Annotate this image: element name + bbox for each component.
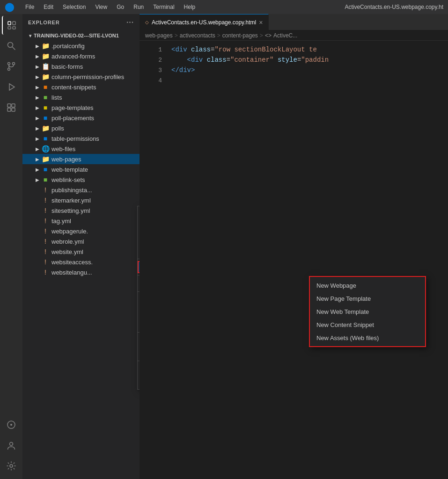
sidebar-item-advanced-forms[interactable]: ▶ 📁 advanced-forms	[22, 51, 140, 61]
folder-arrow: ▶	[34, 42, 41, 50]
sidebar-header: EXPLORER ···	[22, 14, 140, 30]
sidebar-item-column-permission[interactable]: ▶ 📁 column-permission-profiles	[22, 72, 140, 82]
ctx-reveal-explorer[interactable]: Reveal in File Explorer Shift+Alt+R	[138, 232, 140, 245]
ctx-power-pages[interactable]: Power Pages ▶	[138, 261, 140, 273]
sidebar-item-table-permissions[interactable]: ▶ ■ table-permissions	[22, 133, 140, 144]
sidebar-item-websiteaccess[interactable]: ! websiteaccess.	[22, 257, 140, 267]
ctx-find-folder[interactable]: Find in Folder... Shift+Alt+F	[138, 277, 140, 290]
file-label: sitesetting.yml	[51, 207, 90, 214]
submenu-new-web-template[interactable]: New Web Template	[310, 305, 425, 318]
folder-icon: 📁	[41, 52, 50, 60]
folder-icon: 📁	[41, 42, 50, 50]
ctx-copy-path[interactable]: Copy Path Shift+Alt+C	[138, 334, 140, 347]
editor-tab[interactable]: ◇ ActiveContacts.en-US.webpage.copy.html…	[140, 14, 269, 30]
file-label: websiteaccess.	[51, 259, 93, 266]
menu-file[interactable]: File	[22, 3, 38, 11]
svg-rect-12	[12, 104, 15, 107]
menu-help[interactable]: Help	[180, 3, 199, 11]
tab-close-button[interactable]: ×	[259, 19, 263, 26]
folder-arrow: ▶	[34, 176, 41, 183]
ctx-rename[interactable]: Rename... F2	[138, 363, 140, 375]
folder-icon: 🌐	[41, 145, 50, 152]
line-number-4: 4	[143, 77, 162, 84]
folder-arrow: ▶	[34, 145, 41, 152]
run-debug-activity-icon[interactable]	[2, 78, 21, 96]
sidebar-item-sitesetting[interactable]: ! sitesetting.yml	[22, 205, 140, 216]
no-arrow	[34, 269, 41, 276]
code-line-4: 4	[140, 75, 448, 86]
folder-icon: ■	[41, 135, 50, 142]
folder-label: .portalconfig	[51, 43, 85, 50]
sidebar-item-web-pages[interactable]: ▶ 📁 web-pages	[22, 154, 140, 164]
menu-terminal[interactable]: Terminal	[149, 3, 178, 11]
menu-selection[interactable]: Selection	[59, 3, 89, 11]
sidebar-item-sitemarker[interactable]: ! sitemarker.yml	[22, 195, 140, 205]
menu-view[interactable]: View	[91, 3, 111, 11]
sidebar-item-poll-placements[interactable]: ▶ ■ poll-placements	[22, 113, 140, 123]
sidebar-item-weblink-sets[interactable]: ▶ ■ weblink-sets	[22, 174, 140, 185]
sidebar-item-polls[interactable]: ▶ 📁 polls	[22, 123, 140, 133]
sidebar-item-lists[interactable]: ▶ ■ lists	[22, 92, 140, 102]
sidebar-item-portalconfig[interactable]: ▶ 📁 .portalconfig	[22, 41, 140, 51]
remote-explorer-activity-icon[interactable]	[2, 415, 21, 434]
titlebar-menu: File Edit Selection View Go Run Terminal…	[22, 3, 199, 11]
explorer-activity-icon[interactable]	[2, 16, 21, 35]
root-folder[interactable]: ▾ TRAINING-VIDEO-02---SITE-LVON1	[22, 30, 140, 41]
ctx-copy[interactable]: Copy Ctrl+C	[138, 306, 140, 318]
svg-point-17	[10, 443, 13, 446]
code-line-1: 1 <div class="row sectionBlockLayout te	[140, 44, 448, 55]
ctx-cut[interactable]: Cut Ctrl+X	[138, 294, 140, 306]
sidebar-item-content-snippets[interactable]: ▶ ■ content-snippets	[22, 82, 140, 92]
sidebar-item-webrole[interactable]: ! webrole.yml	[22, 236, 140, 247]
no-arrow	[34, 217, 41, 225]
ctx-open-terminal[interactable]: Open in Integrated Terminal	[138, 245, 140, 257]
menu-edit[interactable]: Edit	[40, 3, 57, 11]
svg-rect-3	[13, 27, 15, 29]
menu-go[interactable]: Go	[113, 3, 128, 11]
submenu-new-page-template[interactable]: New Page Template	[310, 292, 425, 305]
extensions-activity-icon[interactable]	[2, 98, 21, 117]
folder-arrow: ▶	[34, 94, 41, 101]
line-number-2: 2	[143, 57, 162, 64]
folder-label: polls	[51, 125, 64, 132]
ctx-new-folder[interactable]: New Folder...	[138, 220, 140, 232]
explorer-title: EXPLORER	[28, 20, 60, 25]
root-label: TRAINING-VIDEO-02---SITE-LVON1	[34, 33, 119, 38]
sidebar-item-publishingsta[interactable]: ! publishingsta...	[22, 185, 140, 195]
sidebar-item-websitelang[interactable]: ! websitelangu...	[22, 267, 140, 277]
no-arrow	[34, 248, 41, 255]
svg-rect-0	[8, 22, 11, 25]
folder-label: poll-placements	[51, 115, 94, 122]
ctx-sep-3	[138, 291, 140, 292]
file-icon: !	[41, 258, 50, 266]
no-arrow	[34, 238, 41, 245]
svg-rect-1	[13, 22, 15, 25]
breadcrumb-sep-2: >	[217, 32, 220, 39]
ctx-new-file[interactable]: New File...	[138, 208, 140, 220]
folder-arrow: ▶	[34, 52, 41, 60]
sidebar-item-website[interactable]: ! website.yml	[22, 247, 140, 257]
ctx-sep-5	[138, 361, 140, 361]
sidebar-item-web-template[interactable]: ▶ ■ web-template	[22, 164, 140, 174]
menu-run[interactable]: Run	[130, 3, 147, 11]
submenu-new-content-snippet[interactable]: New Content Snippet	[310, 318, 425, 331]
sidebar-options-button[interactable]: ···	[126, 18, 134, 27]
sidebar-content[interactable]: ▾ TRAINING-VIDEO-02---SITE-LVON1 ▶ 📁 .po…	[22, 30, 140, 479]
sidebar-item-webpagerule[interactable]: ! webpagerule.	[22, 226, 140, 236]
settings-activity-icon[interactable]	[2, 457, 21, 475]
svg-marker-10	[9, 84, 15, 90]
folder-icon: ■	[41, 104, 50, 111]
search-activity-icon[interactable]	[2, 36, 21, 55]
ctx-delete[interactable]: Delete Delete	[138, 375, 140, 387]
sidebar-item-web-files[interactable]: ▶ 🌐 web-files	[22, 144, 140, 154]
sidebar-item-basic-forms[interactable]: ▶ 📋 basic-forms	[22, 61, 140, 72]
sidebar-item-tag[interactable]: ! tag.yml	[22, 216, 140, 226]
no-arrow	[34, 258, 41, 266]
sidebar-item-page-templates[interactable]: ▶ ■ page-templates	[22, 102, 140, 113]
submenu-new-webpage[interactable]: New Webpage	[310, 279, 425, 292]
accounts-activity-icon[interactable]	[2, 436, 21, 455]
code-area[interactable]: 1 <div class="row sectionBlockLayout te …	[140, 41, 448, 479]
submenu-new-assets[interactable]: New Assets (Web files)	[310, 331, 425, 344]
source-control-activity-icon[interactable]	[2, 57, 21, 76]
ctx-copy-relative-path[interactable]: Copy Relative Path Ctrl+K Ctrl+Shift+C	[138, 347, 140, 359]
